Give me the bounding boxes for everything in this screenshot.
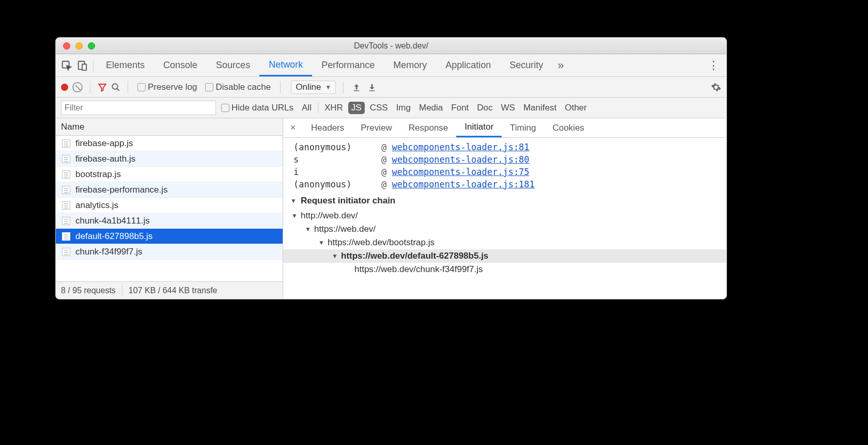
filter-type-img[interactable]: Img bbox=[393, 102, 414, 114]
hide-data-urls-checkbox[interactable]: Hide data URLs bbox=[221, 103, 293, 113]
detail-tab-preview[interactable]: Preview bbox=[352, 118, 400, 137]
request-name: firebase-auth.js bbox=[75, 154, 135, 164]
request-row[interactable]: analytics.js bbox=[56, 198, 283, 213]
detail-tab-cookies[interactable]: Cookies bbox=[544, 118, 592, 137]
chain-node[interactable]: ▼http://web.dev/ bbox=[291, 211, 726, 221]
chevron-down-icon: ▼ bbox=[332, 252, 339, 260]
stack-source-link[interactable]: webcomponents-loader.js:75 bbox=[392, 167, 529, 177]
tabs-overflow-button[interactable]: » bbox=[552, 59, 569, 72]
chain-url: https://web.dev/default-627898b5.js bbox=[341, 251, 488, 261]
download-har-icon[interactable] bbox=[367, 83, 377, 92]
devtools-menu-button[interactable]: ⋮ bbox=[703, 59, 723, 72]
filter-type-font[interactable]: Font bbox=[448, 102, 472, 114]
stack-source-link[interactable]: webcomponents-loader.js:80 bbox=[392, 154, 529, 165]
file-icon bbox=[62, 201, 70, 210]
chain-node[interactable]: ▼https://web.dev/default-627898b5.js bbox=[332, 251, 726, 261]
chevron-down-icon: ▼ bbox=[305, 226, 312, 233]
request-row[interactable]: firebase-app.js bbox=[56, 136, 283, 151]
chain-node[interactable]: ▼https://web.dev/ bbox=[305, 224, 726, 234]
tab-memory[interactable]: Memory bbox=[384, 54, 436, 76]
chain-url: http://web.dev/ bbox=[301, 211, 358, 221]
tab-security[interactable]: Security bbox=[500, 54, 552, 76]
stack-frame: s@ webcomponents-loader.js:80 bbox=[283, 153, 726, 166]
record-button[interactable] bbox=[61, 84, 68, 91]
search-icon[interactable] bbox=[111, 83, 120, 92]
network-split: Name firebase-app.jsfirebase-auth.jsboot… bbox=[56, 118, 726, 299]
filter-type-other[interactable]: Other bbox=[562, 102, 590, 114]
svg-point-3 bbox=[112, 84, 118, 89]
stack-source-link[interactable]: webcomponents-loader.js:81 bbox=[392, 142, 529, 152]
request-row[interactable]: bootstrap.js bbox=[56, 167, 283, 182]
detail-tab-headers[interactable]: Headers bbox=[303, 118, 352, 137]
filter-type-doc[interactable]: Doc bbox=[474, 102, 495, 114]
disable-cache-checkbox[interactable]: Disable cache bbox=[205, 82, 271, 92]
preserve-log-checkbox[interactable]: Preserve log bbox=[137, 82, 197, 92]
request-row[interactable]: default-627898b5.js bbox=[56, 229, 283, 244]
file-icon bbox=[62, 139, 70, 148]
initiator-panel: (anonymous)@ webcomponents-loader.js:81s… bbox=[283, 138, 726, 299]
stack-function: (anonymous) bbox=[293, 179, 371, 189]
initiator-chain-heading[interactable]: ▼ Request initiator chain bbox=[283, 190, 726, 209]
tab-performance[interactable]: Performance bbox=[312, 54, 384, 76]
filter-input[interactable] bbox=[61, 101, 216, 115]
chain-node[interactable]: ▼https://web.dev/bootstrap.js bbox=[318, 237, 726, 248]
separator bbox=[343, 81, 344, 93]
devtools-window: DevTools - web.dev/ ElementsConsoleSourc… bbox=[55, 37, 727, 299]
filter-type-css[interactable]: CSS bbox=[367, 102, 391, 114]
filter-type-manifest[interactable]: Manifest bbox=[520, 102, 560, 114]
tab-console[interactable]: Console bbox=[154, 54, 207, 76]
stack-function: (anonymous) bbox=[293, 142, 371, 152]
detail-pane: × HeadersPreviewResponseInitiatorTimingC… bbox=[283, 118, 726, 299]
tab-network[interactable]: Network bbox=[259, 54, 312, 76]
request-name: firebase-app.js bbox=[75, 138, 133, 149]
detail-tab-timing[interactable]: Timing bbox=[502, 118, 544, 137]
svg-rect-5 bbox=[369, 90, 375, 91]
request-row[interactable]: firebase-auth.js bbox=[56, 151, 283, 167]
inspect-icon[interactable] bbox=[59, 58, 74, 73]
filter-type-all[interactable]: All bbox=[299, 102, 315, 114]
separator bbox=[93, 59, 94, 72]
device-toggle-icon[interactable] bbox=[74, 58, 90, 73]
tab-application[interactable]: Application bbox=[436, 54, 500, 76]
filter-type-js[interactable]: JS bbox=[348, 102, 365, 114]
chain-url: https://web.dev/ bbox=[314, 224, 376, 234]
request-row[interactable]: firebase-performance.js bbox=[56, 182, 283, 198]
chevron-down-icon: ▼ bbox=[318, 239, 326, 246]
file-icon bbox=[62, 170, 70, 179]
separator bbox=[280, 81, 281, 93]
stack-frame: (anonymous)@ webcomponents-loader.js:81 bbox=[283, 141, 726, 153]
settings-icon[interactable] bbox=[711, 82, 721, 92]
request-row[interactable]: chunk-4a1b4111.js bbox=[56, 213, 283, 229]
detail-tab-initiator[interactable]: Initiator bbox=[456, 118, 502, 137]
filter-type-ws[interactable]: WS bbox=[498, 102, 518, 114]
chain-url: https://web.dev/chunk-f34f99f7.js bbox=[354, 264, 483, 275]
chain-url: https://web.dev/bootstrap.js bbox=[328, 237, 435, 248]
upload-har-icon[interactable] bbox=[352, 83, 361, 92]
tab-sources[interactable]: Sources bbox=[207, 54, 259, 76]
throttling-select[interactable]: Online ▼ bbox=[291, 81, 336, 94]
svg-rect-4 bbox=[354, 90, 360, 91]
stack-source-link[interactable]: webcomponents-loader.js:181 bbox=[392, 179, 534, 189]
status-request-count: 8 / 95 requests bbox=[61, 286, 116, 295]
detail-tabs: × HeadersPreviewResponseInitiatorTimingC… bbox=[283, 118, 726, 138]
chain-node[interactable]: https://web.dev/chunk-f34f99f7.js bbox=[345, 264, 726, 275]
close-detail-button[interactable]: × bbox=[285, 122, 301, 133]
file-icon bbox=[62, 186, 70, 194]
filter-type-media[interactable]: Media bbox=[416, 102, 446, 114]
file-icon bbox=[62, 248, 70, 256]
stack-function: s bbox=[293, 154, 371, 165]
clear-button[interactable] bbox=[72, 82, 83, 92]
separator bbox=[128, 81, 128, 93]
tab-elements[interactable]: Elements bbox=[97, 54, 154, 76]
network-toolbar: Preserve log Disable cache Online ▼ bbox=[56, 77, 726, 98]
request-name: default-627898b5.js bbox=[75, 231, 152, 242]
request-row[interactable]: chunk-f34f99f7.js bbox=[56, 244, 283, 260]
file-icon bbox=[62, 217, 70, 225]
request-name: chunk-f34f99f7.js bbox=[75, 247, 142, 257]
detail-tab-response[interactable]: Response bbox=[400, 118, 457, 137]
filter-toggle-icon[interactable] bbox=[98, 83, 107, 92]
status-transfer: 107 KB / 644 KB transfe bbox=[129, 286, 218, 295]
column-header-name[interactable]: Name bbox=[56, 118, 283, 136]
filter-type-xhr[interactable]: XHR bbox=[321, 102, 346, 114]
requests-pane: Name firebase-app.jsfirebase-auth.jsboot… bbox=[56, 118, 283, 299]
